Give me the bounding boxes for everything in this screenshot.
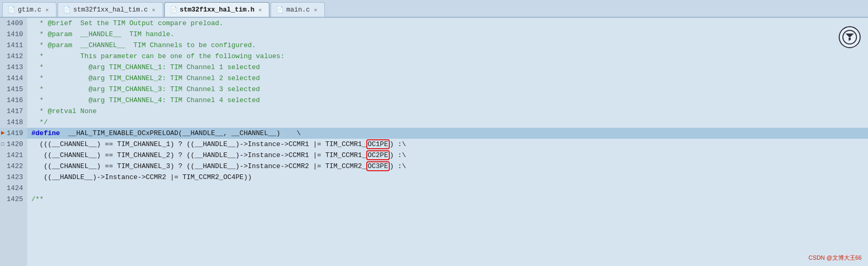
tab-close-gtim[interactable]: ✕ (46, 7, 49, 13)
arrow-indicator: ▶ (1, 128, 5, 139)
line-num-text: 1419 (7, 128, 23, 139)
tab-close-stm32f1xx_hal_tim_h[interactable]: ✕ (258, 7, 262, 13)
comment-text: /** (31, 195, 43, 203)
red-box-highlight: OC2PE (366, 150, 390, 160)
code-text-suffix: ) :\ (390, 162, 406, 170)
line-num-text: 1412 (7, 51, 23, 62)
line-number-1423: 1423 (0, 172, 27, 183)
code-line-1424 (27, 183, 868, 194)
red-box-highlight: OC1PE (366, 139, 390, 149)
code-line-1423: ((__HANDLE__)->Instance->CCMR2 |= TIM_CC… (27, 172, 868, 183)
red-box-highlight: OC3PE (366, 161, 390, 171)
line-number-1415: 1415 (0, 84, 27, 95)
tab-gtim[interactable]: 📄gtim.c✕ (2, 2, 57, 17)
line-number-1416: 1416 (0, 95, 27, 106)
code-line-1414: * @arg TIM_CHANNEL_2: TIM Channel 2 sele… (27, 73, 868, 84)
code-line-1411: * @param __CHANNEL__ TIM Channels to be … (27, 40, 868, 51)
line-num-text: 1418 (7, 117, 23, 128)
line-num-text: 1409 (7, 18, 23, 29)
line-num-text: 1414 (7, 73, 23, 84)
define-content: __HAL_TIM_ENABLE_OCxPRELOAD(__HANDLE__, … (60, 129, 301, 137)
tab-label-gtim: gtim.c (18, 6, 41, 14)
line-numbers: 1409141014111412141314141415141614171418… (0, 18, 27, 266)
comment-text: * @param __HANDLE__ TIM handle. (31, 30, 174, 38)
line-number-1410: 1410 (0, 29, 27, 40)
code-line-1417: * @retval None (27, 106, 868, 117)
comment-text: * @retval None (31, 107, 97, 115)
comment-text: * @arg TIM_CHANNEL_1: TIM Channel 1 sele… (31, 63, 260, 71)
tab-icon-main_c: 📄 (276, 6, 284, 13)
csdn-watermark: CSDN @文博大王66 (808, 254, 862, 262)
line-number-1411: 1411 (0, 40, 27, 51)
line-number-1424: 1424 (0, 183, 27, 194)
code-line-1416: * @arg TIM_CHANNEL_4: TIM Channel 4 sele… (27, 95, 868, 106)
tab-label-stm32f1xx_hal_tim_h: stm32f1xx_hal_tim.h (180, 6, 255, 14)
tab-close-stm32f1xx_hal_tim_c[interactable]: ✕ (152, 7, 155, 13)
code-line-1420: (((__CHANNEL__) == TIM_CHANNEL_1) ? ((__… (27, 139, 868, 150)
line-num-text: 1415 (7, 84, 23, 95)
code-line-1410: * @param __HANDLE__ TIM handle. (27, 29, 868, 40)
code-line-1425: /** (27, 194, 868, 205)
line-num-text: 1425 (7, 194, 23, 205)
comment-text: * @brief Set the TIM Output compare prel… (31, 19, 223, 27)
comment-text: * @param __CHANNEL__ TIM Channels to be … (31, 41, 256, 49)
line-number-1409: 1409 (0, 18, 27, 29)
tab-icon-stm32f1xx_hal_tim_c: 📄 (63, 6, 71, 13)
line-num-text: 1423 (7, 172, 23, 183)
code-container: 1409141014111412141314141415141614171418… (0, 18, 868, 266)
code-lines: * @brief Set the TIM Output compare prel… (27, 18, 868, 266)
code-text: ((__CHANNEL__) == TIM_CHANNEL_2) ? ((__H… (31, 151, 366, 159)
line-num-text: 1413 (7, 62, 23, 73)
comment-text: */ (31, 118, 48, 126)
comment-text: * @arg TIM_CHANNEL_2: TIM Channel 2 sele… (31, 74, 260, 82)
code-text-suffix: ) :\ (390, 140, 406, 148)
tab-bar: 📄gtim.c✕📄stm32f1xx_hal_tim.c✕📄stm32f1xx_… (0, 0, 868, 18)
kw-define: #define (31, 129, 60, 137)
logo-area (837, 26, 863, 48)
code-line-1419: #define __HAL_TIM_ENABLE_OCxPRELOAD(__HA… (27, 128, 868, 139)
code-line-1421: ((__CHANNEL__) == TIM_CHANNEL_2) ? ((__H… (27, 150, 868, 161)
code-line-1422: ((__CHANNEL__) == TIM_CHANNEL_3) ? ((__H… (27, 161, 868, 172)
line-number-1422: 1422 (0, 161, 27, 172)
line-num-text: 1411 (7, 40, 23, 51)
line-num-text: 1421 (7, 150, 23, 161)
tab-stm32f1xx_hal_tim_h[interactable]: 📄stm32f1xx_hal_tim.h✕ (164, 2, 270, 17)
code-line-1415: * @arg TIM_CHANNEL_3: TIM Channel 3 sele… (27, 84, 868, 95)
line-number-1417: 1417 (0, 106, 27, 117)
logo-icon (839, 26, 861, 48)
code-line-1418: */ (27, 117, 868, 128)
code-text: ((__CHANNEL__) == TIM_CHANNEL_3) ? ((__H… (31, 162, 366, 170)
line-num-text: 1410 (7, 29, 23, 40)
line-num-text: 1417 (7, 106, 23, 117)
tab-main_c[interactable]: 📄main.c✕ (270, 2, 325, 17)
tab-icon-gtim: 📄 (8, 6, 15, 13)
line-num-text: 1416 (7, 95, 23, 106)
line-number-1418: 1418 (0, 117, 27, 128)
line-num-text: 1420 (7, 139, 23, 150)
line-num-text: 1422 (7, 161, 23, 172)
comment-text: * This parameter can be one of the follo… (31, 52, 285, 60)
line-number-1421: 1421 (0, 150, 27, 161)
line-number-1412: 1412 (0, 51, 27, 62)
line-number-1413: 1413 (0, 62, 27, 73)
tab-icon-stm32f1xx_hal_tim_h: 📄 (170, 6, 177, 13)
line-num-text: 1424 (7, 183, 23, 194)
line-number-1419: ▶1419 (0, 128, 27, 139)
expand-indicator[interactable]: □ (1, 139, 4, 150)
line-number-1420: □1420 (0, 139, 27, 150)
tab-close-main_c[interactable]: ✕ (314, 7, 317, 13)
code-text-suffix: ) :\ (390, 151, 406, 159)
comment-text: * @arg TIM_CHANNEL_4: TIM Channel 4 sele… (31, 96, 260, 104)
tab-stm32f1xx_hal_tim_c[interactable]: 📄stm32f1xx_hal_tim.c✕ (58, 2, 163, 17)
code-line-1409: * @brief Set the TIM Output compare prel… (27, 18, 868, 29)
line-number-1414: 1414 (0, 73, 27, 84)
tab-label-main_c: main.c (286, 6, 310, 14)
comment-text: * @arg TIM_CHANNEL_3: TIM Channel 3 sele… (31, 85, 260, 93)
code-line-1413: * @arg TIM_CHANNEL_1: TIM Channel 1 sele… (27, 62, 868, 73)
code-line-1412: * This parameter can be one of the follo… (27, 51, 868, 62)
code-text: (((__CHANNEL__) == TIM_CHANNEL_1) ? ((__… (31, 140, 366, 148)
line-number-1425: 1425 (0, 194, 27, 205)
tab-label-stm32f1xx_hal_tim_c: stm32f1xx_hal_tim.c (73, 6, 148, 14)
